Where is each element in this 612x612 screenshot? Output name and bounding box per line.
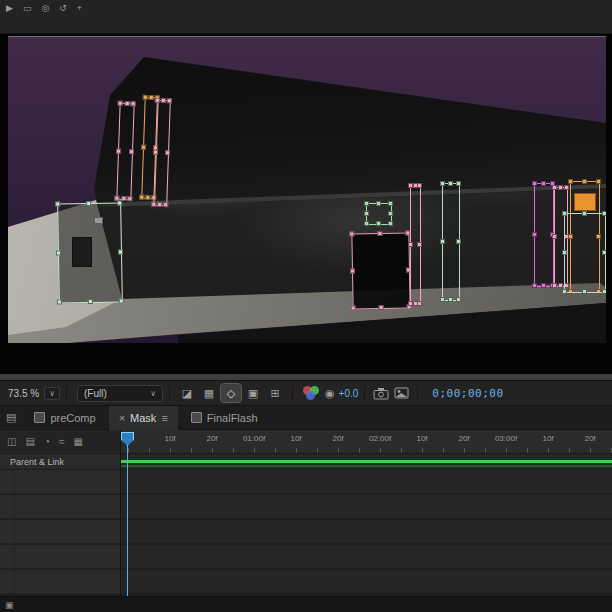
mask-door-right[interactable] <box>564 213 606 293</box>
mask-vertex-handle[interactable] <box>364 211 369 216</box>
panel-menu-icon[interactable]: ≡ <box>161 412 167 424</box>
mask-vertex-handle[interactable] <box>118 101 123 106</box>
mask-vertex-handle[interactable] <box>157 202 162 207</box>
mask-vertex-handle[interactable] <box>417 183 422 188</box>
mask-vertex-handle[interactable] <box>596 179 601 184</box>
mask-window-right-1[interactable] <box>534 183 554 287</box>
mask-vertex-handle[interactable] <box>379 305 384 310</box>
mask-vertex-handle[interactable] <box>388 221 393 226</box>
mask-vertex-handle[interactable] <box>564 185 569 190</box>
mask-vertex-handle[interactable] <box>562 211 567 216</box>
resolution-dropdown[interactable]: (Full) ∨ <box>77 385 163 402</box>
mask-vertex-handle[interactable] <box>376 221 381 226</box>
show-snapshot-icon[interactable] <box>391 384 411 402</box>
hand-tool-icon[interactable]: ▭ <box>23 3 32 13</box>
mask-vertex-handle[interactable] <box>114 196 119 201</box>
zoom-tool-icon[interactable]: ◎ <box>41 3 49 13</box>
mask-vertex-handle[interactable] <box>558 185 563 190</box>
layer-row-track[interactable] <box>120 570 612 594</box>
mask-vertex-handle[interactable] <box>141 145 146 150</box>
zoom-value[interactable]: 73.5 % <box>0 388 41 399</box>
wave-icon[interactable]: ≈ <box>59 436 65 447</box>
mask-vertex-handle[interactable] <box>456 181 461 186</box>
frame-blend-icon[interactable]: ▤ <box>25 436 34 447</box>
mask-door-center[interactable] <box>351 232 410 309</box>
layer-row-track[interactable] <box>120 470 612 494</box>
mask-vertex-handle[interactable] <box>532 283 537 288</box>
mask-vertex-handle[interactable] <box>602 211 606 216</box>
time-ruler[interactable]: 0f 10f 20f 01:00f 10f 20f 02:00f 10f 20f… <box>120 430 612 454</box>
mask-vertex-handle[interactable] <box>417 242 422 247</box>
mask-vertex-handle[interactable] <box>163 202 168 207</box>
mask-vent-center[interactable] <box>366 203 392 225</box>
flowchart-icon[interactable]: ◫ <box>7 436 16 447</box>
mask-vertex-handle[interactable] <box>149 95 154 100</box>
mask-vertex-handle[interactable] <box>388 201 393 206</box>
region-of-interest-icon[interactable]: ▣ <box>243 384 263 402</box>
selection-tool-icon[interactable]: ▶ <box>6 3 13 13</box>
tab-finalflash[interactable]: FinalFlash <box>181 406 268 430</box>
layer-row-track[interactable] <box>120 495 612 519</box>
mask-vertex-handle[interactable] <box>562 250 567 255</box>
mask-vertex-handle[interactable] <box>118 249 123 254</box>
mask-vertex-handle[interactable] <box>117 200 122 205</box>
mask-vertex-handle[interactable] <box>582 179 587 184</box>
layer-row-track[interactable] <box>120 520 612 544</box>
mask-vertex-handle[interactable] <box>456 239 461 244</box>
mask-vertex-handle[interactable] <box>448 181 453 186</box>
mask-vertex-handle[interactable] <box>119 298 124 303</box>
mask-vertex-handle[interactable] <box>57 299 62 304</box>
mask-vertex-handle[interactable] <box>349 231 354 236</box>
mask-vertex-handle[interactable] <box>532 232 537 237</box>
mask-vertex-handle[interactable] <box>121 196 126 201</box>
mask-vertex-handle[interactable] <box>364 221 369 226</box>
tab-precomp[interactable]: preComp <box>24 406 105 430</box>
exposure-reset-icon[interactable]: ◉ <box>325 387 335 400</box>
mask-window-center-1[interactable] <box>410 185 421 305</box>
mask-vertex-handle[interactable] <box>552 234 557 239</box>
layer-row-track[interactable] <box>120 545 612 569</box>
mask-vertex-handle[interactable] <box>568 179 573 184</box>
mask-vertex-handle[interactable] <box>448 297 453 302</box>
mask-vertex-handle[interactable] <box>408 242 413 247</box>
mask-vertex-handle[interactable] <box>124 101 129 106</box>
mask-vertex-handle[interactable] <box>582 289 587 294</box>
layer-row-left[interactable] <box>0 545 120 569</box>
door-left-sign[interactable] <box>94 217 103 224</box>
mask-vertex-handle[interactable] <box>440 181 445 186</box>
mask-vertex-handle[interactable] <box>129 149 134 154</box>
mask-vertex-handle[interactable] <box>350 268 355 273</box>
mask-vertex-handle[interactable] <box>552 283 557 288</box>
column-divider[interactable] <box>120 430 121 596</box>
mask-vertex-handle[interactable] <box>440 239 445 244</box>
mask-vertex-handle[interactable] <box>351 305 356 310</box>
door-left-panel[interactable] <box>72 237 92 267</box>
mask-vertex-handle[interactable] <box>388 211 393 216</box>
grid-icon[interactable]: ▦ <box>73 436 82 447</box>
mask-vertex-handle[interactable] <box>440 297 445 302</box>
mask-vertex-handle[interactable] <box>541 181 546 186</box>
mask-vertex-handle[interactable] <box>86 201 91 206</box>
mask-vertex-handle[interactable] <box>56 251 61 256</box>
mask-vertex-handle[interactable] <box>161 98 166 103</box>
mask-vertex-handle[interactable] <box>364 201 369 206</box>
rotate-tool-icon[interactable]: ↺ <box>59 3 67 13</box>
close-icon[interactable]: × <box>119 412 125 424</box>
mask-vertex-handle[interactable] <box>376 201 381 206</box>
layer-row-left[interactable] <box>0 520 120 544</box>
mask-vertex-handle[interactable] <box>165 150 170 155</box>
pan-behind-tool-icon[interactable]: + <box>77 3 82 13</box>
mask-vertex-handle[interactable] <box>143 95 148 100</box>
mask-window-left-1[interactable] <box>116 103 134 200</box>
mask-vertex-handle[interactable] <box>377 231 382 236</box>
tab-mask[interactable]: × Mask ≡ <box>109 406 178 430</box>
mask-vertex-handle[interactable] <box>552 185 557 190</box>
transparency-grid-icon[interactable]: ▦ <box>199 384 219 402</box>
mask-vertex-handle[interactable] <box>88 299 93 304</box>
mask-visibility-icon[interactable]: ◇ <box>221 384 241 402</box>
solid-orange-right[interactable] <box>574 193 596 211</box>
mask-vertex-handle[interactable] <box>127 196 132 201</box>
mask-vertex-handle[interactable] <box>417 301 422 306</box>
zoom-dropdown-icon[interactable]: ∨ <box>44 387 60 400</box>
mask-window-center-2[interactable] <box>442 183 460 301</box>
